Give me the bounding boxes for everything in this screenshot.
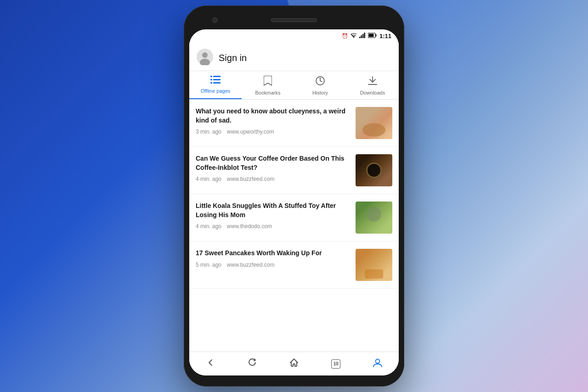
back-button[interactable] [189,352,231,375]
article-meta-4: 5 min. ago www.buzzfeed.com [196,262,350,268]
home-button[interactable] [273,352,315,375]
article-text-3: Little Koala Snuggles With A Stuffed Toy… [196,202,350,230]
tab-bookmarks[interactable]: Bookmarks [242,71,294,99]
account-icon [373,358,383,370]
article-title-1: What you need to know about clueyness, a… [196,107,350,125]
phone-camera [212,17,218,23]
article-thumbnail-4 [356,249,392,281]
account-button[interactable] [357,352,399,375]
svg-point-9 [202,52,208,58]
phone-device: ⏰ [184,6,404,386]
status-bar: ⏰ [189,29,399,42]
battery-icon [368,33,377,39]
home-icon [289,358,299,370]
tab-offline-label: Offline pages [201,88,231,94]
bookmarks-icon [264,76,272,88]
article-thumbnail-2 [356,154,392,186]
article-thumb-dog [356,107,392,139]
svg-point-18 [376,359,380,364]
article-meta-2: 4 min. ago www.buzzfeed.com [196,176,350,182]
tab-downloads-label: Downloads [360,90,385,95]
offline-pages-icon [210,76,220,86]
article-thumbnail-3 [356,202,392,234]
tab-offline-pages[interactable]: Offline pages [189,71,242,99]
article-meta-1: 3 min. ago www.upworthy.com [196,129,350,135]
reload-icon [248,358,256,369]
article-source-2: www.buzzfeed.com [227,176,274,182]
downloads-icon [368,76,378,88]
article-time-3: 4 min. ago [196,223,221,230]
articles-list: What you need to know about clueyness, a… [189,100,399,352]
article-text-2: Can We Guess Your Coffee Order Based On … [196,154,350,182]
svg-rect-4 [364,33,365,38]
svg-rect-12 [213,76,220,77]
phone-screen: ⏰ [189,29,399,375]
tab-count-label: 10 [331,359,340,369]
tab-downloads[interactable]: Downloads [346,71,399,99]
wifi-icon [351,33,357,39]
tabs-button[interactable]: 10 [315,352,357,375]
signal-icon [359,33,366,39]
tabs-bar: Offline pages Bookmarks [189,71,399,100]
svg-rect-3 [362,34,364,38]
article-thumbnail-1 [356,107,392,139]
svg-point-0 [353,37,354,38]
sign-in-label[interactable]: Sign in [219,53,247,63]
article-source-1: www.upworthy.com [227,129,274,135]
svg-rect-16 [213,82,220,84]
article-source-3: www.thedodo.com [227,223,272,230]
article-time-1: 3 min. ago [196,129,221,135]
back-icon [206,358,215,369]
article-text-4: 17 Sweet Pancakes Worth Waking Up For 5 … [196,249,350,268]
svg-rect-13 [210,79,212,80]
svg-rect-11 [210,76,212,77]
tab-bookmarks-label: Bookmarks [255,90,280,95]
article-meta-3: 4 min. ago www.thedodo.com [196,223,350,230]
svg-rect-1 [359,37,361,38]
history-icon [315,76,325,88]
article-item[interactable]: Can We Guess Your Coffee Order Based On … [189,147,399,194]
app-header: Sign in [189,42,399,71]
article-title-4: 17 Sweet Pancakes Worth Waking Up For [196,249,350,258]
status-time: 1:11 [379,33,391,39]
svg-rect-2 [361,35,362,38]
app-content: Sign in Offline page [189,42,399,375]
reload-button[interactable] [231,352,273,375]
bottom-navigation: 10 [189,352,399,375]
article-item[interactable]: 17 Sweet Pancakes Worth Waking Up For 5 … [189,241,399,289]
tab-history-label: History [312,90,328,95]
svg-rect-7 [368,34,373,37]
tab-history[interactable]: History [294,71,346,99]
article-thumb-coffee [356,154,392,186]
status-icons: ⏰ [342,33,391,39]
article-title-3: Little Koala Snuggles With A Stuffed Toy… [196,202,350,219]
alarm-icon: ⏰ [342,33,348,39]
article-thumb-pancakes [356,249,392,281]
avatar-icon[interactable] [197,49,213,67]
article-text-1: What you need to know about clueyness, a… [196,107,350,135]
article-time-2: 4 min. ago [196,176,221,182]
svg-rect-15 [210,82,212,84]
article-title-2: Can We Guess Your Coffee Order Based On … [196,154,350,172]
article-source-4: www.buzzfeed.com [227,262,274,268]
article-item[interactable]: What you need to know about clueyness, a… [189,100,399,147]
phone-top-bezel [189,11,399,29]
svg-rect-6 [375,34,376,37]
article-thumb-koala [356,202,392,234]
phone-speaker [271,18,317,22]
article-time-4: 5 min. ago [196,262,221,268]
article-item[interactable]: Little Koala Snuggles With A Stuffed Toy… [189,194,399,241]
svg-rect-14 [213,79,220,80]
tabs-count-icon: 10 [331,359,340,369]
